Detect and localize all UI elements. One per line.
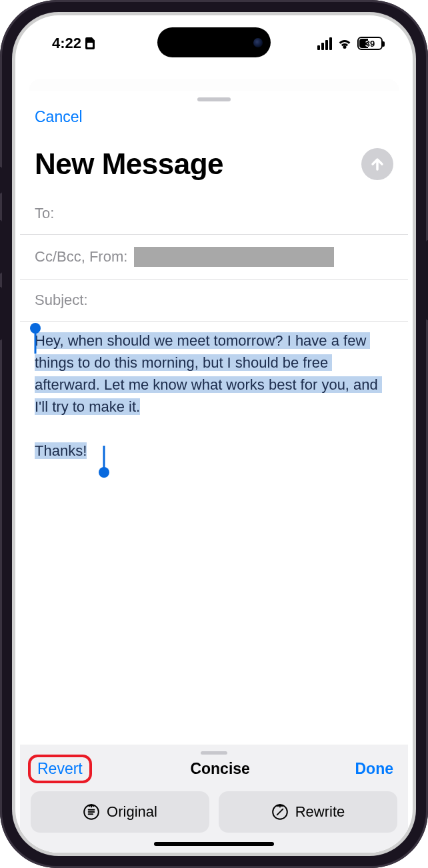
wifi-icon [337, 38, 352, 49]
home-indicator[interactable] [154, 842, 274, 846]
send-button[interactable] [361, 148, 393, 180]
original-icon [83, 803, 100, 821]
battery-level: 39 [365, 39, 375, 49]
selection-handle-start[interactable] [30, 323, 41, 334]
original-button[interactable]: Original [31, 791, 209, 833]
subject-label: Subject: [35, 292, 88, 309]
from-address-redacted [134, 247, 334, 267]
writing-mode-label: Concise [190, 760, 249, 778]
status-time: 4:22 [52, 35, 81, 52]
cellular-icon [317, 37, 332, 50]
selected-text-thanks: Thanks! [35, 442, 87, 459]
volume-up-button [0, 220, 2, 274]
volume-down-button [0, 287, 2, 340]
compose-title: New Message [35, 147, 223, 181]
compose-sheet: Cancel New Message To: Cc/Bcc, From: [20, 91, 408, 853]
status-bar: 4:22 39 [15, 30, 413, 57]
selected-text-main: Hey, when should we meet tomorrow? I hav… [35, 332, 382, 415]
side-button [0, 167, 2, 193]
rewrite-icon [271, 803, 289, 821]
phone-frame: 4:22 39 [0, 0, 428, 868]
screen: 4:22 39 [15, 15, 413, 853]
arrow-up-icon [369, 156, 385, 172]
cancel-button[interactable]: Cancel [20, 101, 408, 126]
message-body[interactable]: Hey, when should we meet tomorrow? I hav… [20, 322, 408, 745]
subject-field[interactable]: Subject: [20, 280, 408, 322]
sim-icon [85, 37, 95, 49]
rewrite-label: Rewrite [295, 803, 345, 821]
bezel: 4:22 39 [12, 12, 416, 856]
toolbar-grabber[interactable] [201, 751, 227, 755]
to-label: To: [35, 205, 54, 222]
revert-highlight: Revert [28, 755, 92, 783]
selection-handle-end[interactable] [99, 467, 109, 478]
cc-bcc-from-label: Cc/Bcc, From: [35, 248, 127, 266]
rewrite-button[interactable]: Rewrite [219, 791, 397, 833]
to-field[interactable]: To: [20, 193, 408, 235]
writing-tools-toolbar: Revert Concise Done Original [20, 745, 408, 853]
battery-icon: 39 [357, 37, 383, 50]
original-label: Original [107, 803, 157, 821]
revert-button[interactable]: Revert [37, 760, 83, 777]
done-button[interactable]: Done [355, 760, 393, 778]
cc-bcc-from-field[interactable]: Cc/Bcc, From: [20, 235, 408, 280]
